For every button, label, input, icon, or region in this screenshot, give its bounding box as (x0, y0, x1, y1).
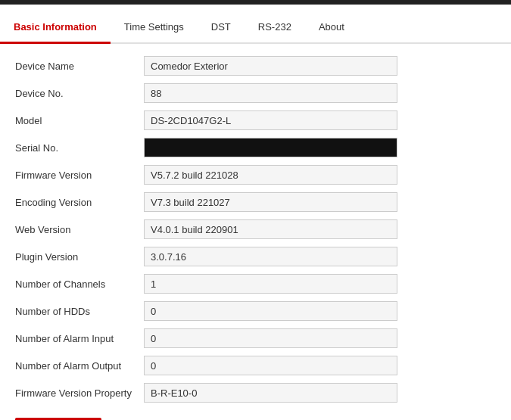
tab-dst[interactable]: DST (198, 12, 245, 44)
tab-time-settings[interactable]: Time Settings (111, 12, 198, 44)
field-firmware-version: Firmware Version V5.7.2 build 221028 (15, 165, 496, 185)
value-encoding-version: V7.3 build 221027 (144, 192, 397, 212)
field-device-name: Device Name Comedor Exterior (15, 56, 496, 76)
value-model: DS-2CD1047G2-L (144, 110, 397, 130)
field-firmware-property: Firmware Version Property B-R-E10-0 (15, 383, 496, 403)
label-model: Model (15, 115, 144, 126)
tab-bar: Basic Information Time Settings DST RS-2… (0, 5, 511, 44)
label-encoding-version: Encoding Version (15, 197, 144, 208)
tab-basic-information[interactable]: Basic Information (0, 12, 111, 44)
label-num-alarm-output: Number of Alarm Output (15, 360, 144, 372)
value-serial-no (144, 138, 397, 157)
field-num-hdds: Number of HDDs 0 (15, 301, 496, 321)
value-num-alarm-input: 0 (144, 328, 397, 348)
field-device-no: Device No. 88 (15, 83, 496, 103)
label-web-version: Web Version (15, 224, 144, 235)
field-web-version: Web Version V4.0.1 build 220901 (15, 219, 496, 239)
field-model: Model DS-2CD1047G2-L (15, 110, 496, 130)
label-firmware-version: Firmware Version (15, 170, 144, 181)
value-num-alarm-output: 0 (144, 356, 397, 375)
tab-rs232[interactable]: RS-232 (245, 12, 305, 44)
label-num-alarm-input: Number of Alarm Input (15, 333, 144, 344)
label-firmware-property: Firmware Version Property (15, 387, 144, 399)
tab-about[interactable]: About (305, 12, 358, 44)
value-device-no: 88 (144, 83, 397, 103)
field-serial-no: Serial No. (15, 138, 496, 157)
label-plugin-version: Plugin Version (15, 251, 144, 263)
content-area: Device Name Comedor Exterior Device No. … (0, 44, 511, 420)
value-device-name: Comedor Exterior (144, 56, 397, 76)
field-encoding-version: Encoding Version V7.3 build 221027 (15, 192, 496, 212)
value-num-hdds: 0 (144, 301, 397, 321)
value-web-version: V4.0.1 build 220901 (144, 219, 397, 239)
label-device-name: Device Name (15, 61, 144, 72)
value-num-channels: 1 (144, 274, 397, 294)
field-num-channels: Number of Channels 1 (15, 274, 496, 294)
value-plugin-version: 3.0.7.16 (144, 247, 397, 266)
value-firmware-property: B-R-E10-0 (144, 383, 397, 403)
value-firmware-version: V5.7.2 build 221028 (144, 165, 397, 185)
label-device-no: Device No. (15, 88, 144, 99)
field-num-alarm-output: Number of Alarm Output 0 (15, 356, 496, 375)
label-serial-no: Serial No. (15, 142, 144, 154)
field-num-alarm-input: Number of Alarm Input 0 (15, 328, 496, 348)
label-num-hdds: Number of HDDs (15, 306, 144, 317)
field-plugin-version: Plugin Version 3.0.7.16 (15, 247, 496, 266)
label-num-channels: Number of Channels (15, 278, 144, 290)
